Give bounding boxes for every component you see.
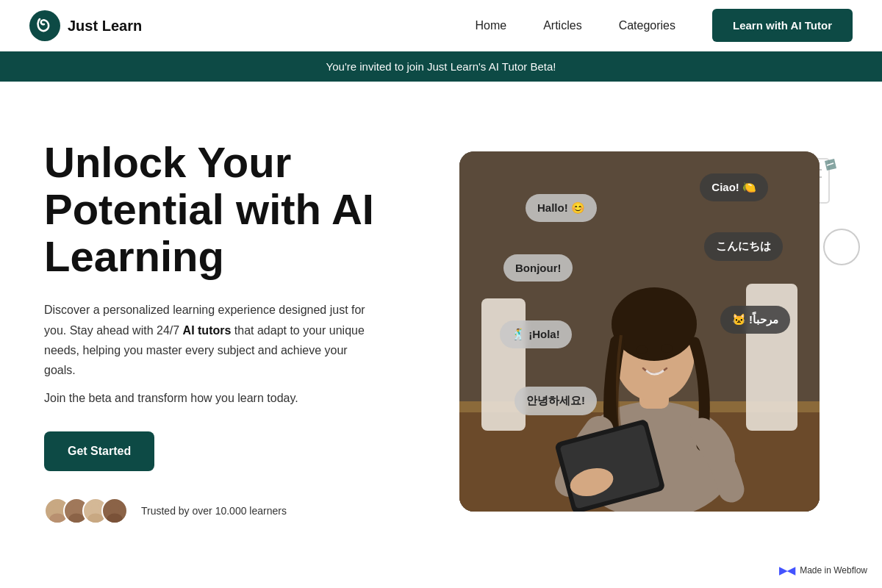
trust-row: Trusted by over 10.000 learners: [44, 498, 397, 524]
hero-image-area: Hallo! 😊 Ciao! 🍋 Bonjour! こんにちは 🕺 ¡Hola!…: [441, 140, 838, 523]
header: Just Learn Home Articles Categories Lear…: [0, 0, 882, 51]
svg-point-1: [53, 503, 62, 512]
bubble-korean: 안녕하세요!: [514, 387, 597, 415]
trust-text: Trusted by over 10.000 learners: [141, 505, 287, 517]
hero-image: Hallo! 😊 Ciao! 🍋 Bonjour! こんにちは 🕺 ¡Hola!…: [459, 151, 820, 512]
bubble-arabic: 🐱 !مرحباً: [720, 306, 790, 334]
deco-circle: [823, 229, 860, 265]
svg-point-5: [91, 503, 100, 512]
webflow-logo-icon: ▶◀: [779, 564, 795, 576]
svg-point-0: [29, 10, 60, 41]
bubble-ciao: Ciao! 🍋: [700, 173, 768, 201]
nav: Home Articles Categories Learn with AI T…: [475, 9, 853, 42]
bubble-hola: 🕺 ¡Hola!: [500, 320, 572, 348]
nav-home[interactable]: Home: [475, 19, 506, 32]
avatar: [101, 498, 128, 524]
bubble-hallo: Hallo! 😊: [526, 194, 597, 222]
hero-description: Discover a personalized learning experie…: [44, 300, 368, 380]
bubble-bonjour: Bonjour!: [503, 254, 573, 282]
svg-point-2: [49, 514, 65, 523]
svg-point-23: [612, 287, 697, 361]
logo-text: Just Learn: [68, 18, 142, 34]
hero-section: Unlock Your Potential with AI Learning D…: [0, 82, 882, 567]
learn-with-ai-tutor-button[interactable]: Learn with AI Tutor: [712, 9, 853, 42]
webflow-badge: ▶◀ Made in Webflow: [779, 564, 867, 576]
hero-title: Unlock Your Potential with AI Learning: [44, 139, 397, 279]
hero-join-text: Join the beta and transform how you lear…: [44, 392, 397, 405]
logo[interactable]: Just Learn: [29, 10, 142, 41]
svg-point-3: [72, 503, 81, 512]
banner-text: You're invited to join Just Learn's AI T…: [326, 60, 556, 73]
svg-point-6: [87, 514, 103, 523]
promo-banner: You're invited to join Just Learn's AI T…: [0, 51, 882, 82]
svg-point-24: [636, 345, 648, 354]
bubble-japanese: こんにちは: [704, 232, 783, 261]
nav-articles[interactable]: Articles: [543, 19, 581, 32]
svg-point-8: [107, 514, 122, 523]
svg-point-4: [68, 514, 84, 523]
get-started-button[interactable]: Get Started: [44, 431, 154, 471]
svg-point-7: [110, 503, 119, 512]
nav-categories[interactable]: Categories: [619, 19, 675, 32]
hero-content: Unlock Your Potential with AI Learning D…: [44, 139, 397, 524]
svg-point-25: [661, 344, 673, 353]
logo-icon: [29, 10, 60, 41]
avatar-group: [44, 498, 121, 524]
webflow-text: Made in Webflow: [800, 565, 867, 576]
